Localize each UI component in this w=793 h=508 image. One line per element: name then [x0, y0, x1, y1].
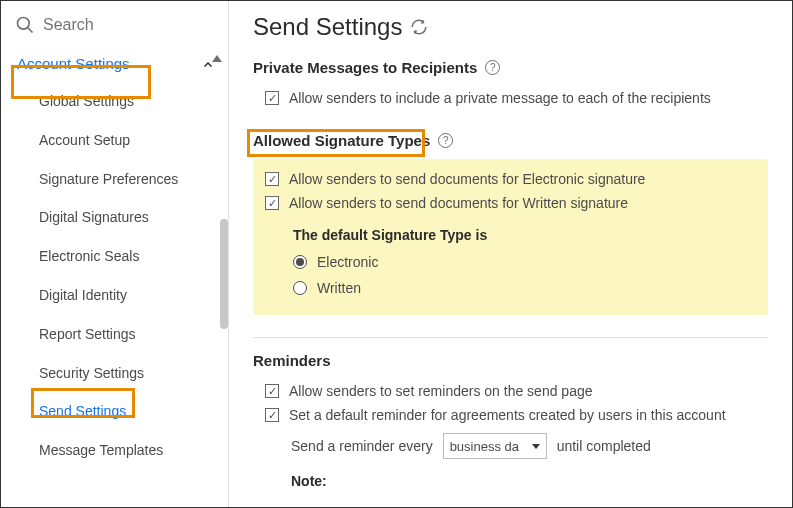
- chevron-down-icon: [532, 444, 540, 449]
- sidebar: Account Settings Global Settings Account…: [1, 1, 229, 507]
- sidebar-item-electronic-seals[interactable]: Electronic Seals: [1, 237, 228, 276]
- reminder-prefix: Send a reminder every: [291, 438, 433, 454]
- page-title-row: Send Settings: [253, 13, 768, 41]
- checkbox-label: Set a default reminder for agreements cr…: [289, 407, 726, 423]
- highlight-panel: Allow senders to send documents for Elec…: [253, 159, 768, 315]
- section-header: Reminders: [253, 352, 768, 369]
- sidebar-children: Global Settings Account Setup Signature …: [1, 82, 228, 470]
- checkbox-allow-private-message[interactable]: Allow senders to include a private messa…: [253, 86, 768, 110]
- radio-icon: [293, 281, 307, 295]
- info-icon[interactable]: ?: [485, 60, 500, 75]
- reminder-frequency-row: Send a reminder every business da until …: [253, 427, 768, 465]
- info-icon[interactable]: ?: [438, 133, 453, 148]
- svg-line-1: [28, 28, 33, 33]
- search-icon: [15, 15, 35, 35]
- checkbox-label: Allow senders to send documents for Writ…: [289, 195, 628, 211]
- section-header: Private Messages to Recipients ?: [253, 59, 768, 76]
- sidebar-item-digital-signatures[interactable]: Digital Signatures: [1, 198, 228, 237]
- checkbox-label: Allow senders to set reminders on the se…: [289, 383, 593, 399]
- checkbox-label: Allow senders to send documents for Elec…: [289, 171, 645, 187]
- checkbox-default-reminder[interactable]: Set a default reminder for agreements cr…: [253, 403, 768, 427]
- section-header: Allowed Signature Types ?: [253, 132, 768, 149]
- section-private-messages: Private Messages to Recipients ? Allow s…: [253, 59, 768, 110]
- checkbox-icon: [265, 384, 279, 398]
- sidebar-item-report-settings[interactable]: Report Settings: [1, 315, 228, 354]
- scroll-up-icon[interactable]: [212, 55, 222, 62]
- checkbox-allow-written[interactable]: Allow senders to send documents for Writ…: [253, 191, 758, 215]
- search-input[interactable]: [43, 16, 183, 34]
- radio-electronic[interactable]: Electronic: [253, 249, 758, 275]
- search-row: [1, 1, 228, 45]
- main-panel: Send Settings Private Messages to Recipi…: [229, 1, 792, 507]
- sidebar-parent-label: Account Settings: [17, 55, 130, 72]
- checkbox-icon: [265, 196, 279, 210]
- section-allowed-signature-types: Allowed Signature Types ? Allow senders …: [253, 132, 768, 315]
- section-title: Reminders: [253, 352, 331, 369]
- radio-label: Written: [317, 280, 361, 296]
- sidebar-item-signature-preferences[interactable]: Signature Preferences: [1, 160, 228, 199]
- sidebar-item-digital-identity[interactable]: Digital Identity: [1, 276, 228, 315]
- select-value: business da: [450, 439, 519, 454]
- app-frame: Account Settings Global Settings Account…: [0, 0, 793, 508]
- checkbox-icon: [265, 172, 279, 186]
- sidebar-item-global-settings[interactable]: Global Settings: [1, 82, 228, 121]
- refresh-icon[interactable]: [410, 18, 428, 36]
- checkbox-icon: [265, 408, 279, 422]
- sidebar-item-label: Send Settings: [39, 403, 126, 419]
- radio-icon: [293, 255, 307, 269]
- section-title: Allowed Signature Types: [253, 132, 430, 149]
- scrollbar-thumb[interactable]: [220, 219, 228, 329]
- sidebar-parent-account-settings[interactable]: Account Settings: [1, 45, 228, 82]
- note-label: Note:: [253, 465, 768, 489]
- checkbox-allow-electronic[interactable]: Allow senders to send documents for Elec…: [253, 167, 758, 191]
- sidebar-item-account-setup[interactable]: Account Setup: [1, 121, 228, 160]
- default-signature-label: The default Signature Type is: [253, 215, 758, 249]
- sidebar-item-security-settings[interactable]: Security Settings: [1, 354, 228, 393]
- svg-point-0: [18, 18, 30, 30]
- checkbox-label: Allow senders to include a private messa…: [289, 90, 711, 106]
- radio-written[interactable]: Written: [253, 275, 758, 301]
- checkbox-icon: [265, 91, 279, 105]
- divider: [253, 337, 768, 338]
- sidebar-item-send-settings[interactable]: Send Settings: [1, 392, 228, 431]
- reminder-suffix: until completed: [557, 438, 651, 454]
- reminder-frequency-select[interactable]: business da: [443, 433, 547, 459]
- radio-label: Electronic: [317, 254, 378, 270]
- section-title: Private Messages to Recipients: [253, 59, 477, 76]
- page-title: Send Settings: [253, 13, 402, 41]
- section-reminders: Reminders Allow senders to set reminders…: [253, 352, 768, 489]
- sidebar-item-message-templates[interactable]: Message Templates: [1, 431, 228, 470]
- checkbox-allow-reminders[interactable]: Allow senders to set reminders on the se…: [253, 379, 768, 403]
